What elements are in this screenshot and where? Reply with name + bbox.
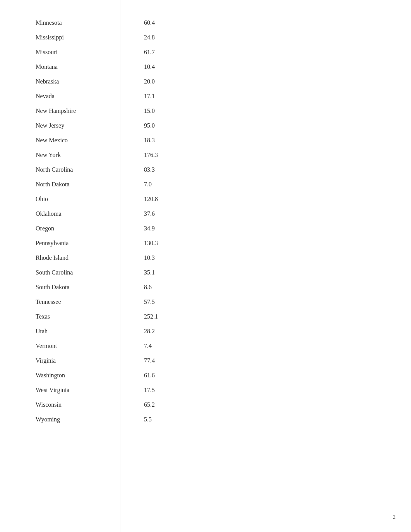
table-row: North Dakota7.0 [36,177,229,192]
table-row: Oregon34.9 [36,221,229,236]
state-name: Utah [36,328,144,335]
state-name: New Mexico [36,137,144,144]
state-value: 60.4 [144,19,183,26]
state-value: 15.0 [144,107,183,114]
state-name: Washington [36,372,144,379]
table-row: South Dakota8.6 [36,280,229,295]
table-row: Nevada17.1 [36,89,229,104]
state-name: New Jersey [36,122,144,129]
state-name: Nevada [36,93,144,100]
state-value: 28.2 [144,328,183,335]
state-name: West Virginia [36,387,144,394]
state-name: Nebraska [36,78,144,85]
table-row: Pennsylvania130.3 [36,236,229,251]
table-row: Rhode Island10.3 [36,251,229,265]
state-value: 10.3 [144,254,183,261]
table-row: Vermont7.4 [36,339,229,353]
table-row: North Carolina83.3 [36,162,229,177]
state-name: Virginia [36,357,144,364]
state-name: New Hampshire [36,107,144,114]
state-value: 83.3 [144,166,183,173]
table-row: Nebraska20.0 [36,74,229,89]
table-row: Wyoming5.5 [36,412,229,427]
state-value: 77.4 [144,357,183,364]
table-row: Minnesota60.4 [36,15,229,30]
state-value: 176.3 [144,152,183,159]
state-value: 61.6 [144,372,183,379]
state-name: Mississippi [36,34,144,41]
state-value: 65.2 [144,401,183,408]
state-name: Vermont [36,343,144,350]
state-value: 7.4 [144,343,183,350]
table-row: Ohio120.8 [36,192,229,206]
state-value: 130.3 [144,240,183,247]
page-number: 2 [393,514,396,520]
table-row: New York176.3 [36,148,229,162]
state-name: New York [36,152,144,159]
state-value: 17.5 [144,387,183,394]
state-name: South Carolina [36,269,144,276]
vertical-divider [120,0,120,532]
table-row: Utah28.2 [36,324,229,339]
state-value: 34.9 [144,225,183,232]
state-name: Minnesota [36,19,144,26]
table-row: Virginia77.4 [36,353,229,368]
state-name: Tennessee [36,298,144,305]
state-value: 252.1 [144,313,183,320]
state-value: 20.0 [144,78,183,85]
state-value: 7.0 [144,181,183,188]
state-value: 37.6 [144,210,183,217]
state-value: 95.0 [144,122,183,129]
state-value: 18.3 [144,137,183,144]
state-value: 35.1 [144,269,183,276]
state-name: Wisconsin [36,401,144,408]
table-row: South Carolina35.1 [36,265,229,280]
state-value: 120.8 [144,196,183,203]
table-row: New Hampshire15.0 [36,104,229,118]
table-row: Mississippi24.8 [36,30,229,45]
state-value: 10.4 [144,63,183,70]
state-name: Oregon [36,225,144,232]
state-value: 17.1 [144,93,183,100]
table-row: West Virginia17.5 [36,383,229,397]
state-name: Wyoming [36,416,144,423]
state-value: 57.5 [144,298,183,305]
state-value: 5.5 [144,416,183,423]
table-row: New Jersey95.0 [36,118,229,133]
state-name: South Dakota [36,284,144,291]
table-row: Oklahoma37.6 [36,206,229,221]
state-name: Pennsylvania [36,240,144,247]
page-container: Minnesota60.4Mississippi24.8Missouri61.7… [0,0,411,532]
state-name: Texas [36,313,144,320]
table-row: Washington61.6 [36,368,229,383]
state-name: Rhode Island [36,254,144,261]
state-name: Ohio [36,196,144,203]
data-table: Minnesota60.4Mississippi24.8Missouri61.7… [36,15,229,427]
state-name: Oklahoma [36,210,144,217]
state-name: North Carolina [36,166,144,173]
table-row: Missouri61.7 [36,45,229,60]
state-name: Missouri [36,49,144,56]
table-row: Tennessee57.5 [36,295,229,309]
state-value: 8.6 [144,284,183,291]
table-row: New Mexico18.3 [36,133,229,148]
table-row: Wisconsin65.2 [36,397,229,412]
table-row: Texas252.1 [36,309,229,324]
state-name: North Dakota [36,181,144,188]
state-value: 24.8 [144,34,183,41]
state-value: 61.7 [144,49,183,56]
table-row: Montana10.4 [36,60,229,74]
state-name: Montana [36,63,144,70]
